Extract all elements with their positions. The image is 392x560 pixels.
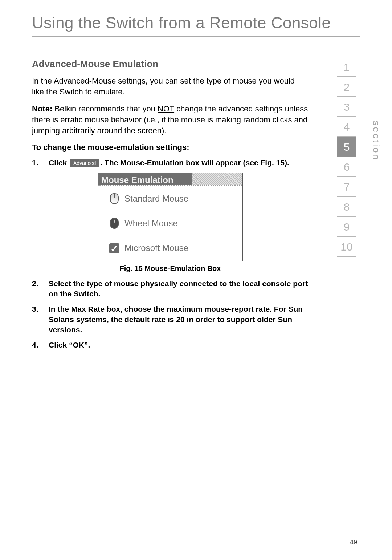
step-4: 4. Click “OK”.	[32, 340, 309, 350]
section-nav-item-4[interactable]: 4	[337, 117, 356, 137]
wheel-mouse-icon	[108, 218, 121, 229]
step-number: 1.	[32, 158, 49, 168]
section-nav: section 12345678910	[323, 57, 370, 257]
step-3-text: In the Max Rate box, choose the maximum …	[49, 304, 309, 335]
step-1: 1. Click Advanced. The Mouse-Emulation b…	[32, 158, 309, 168]
section-nav-item-2[interactable]: 2	[337, 77, 356, 97]
figure-15-wrap: Mouse Emulation Standard Mouse Wheel Mou…	[32, 173, 309, 273]
intro-paragraph: In the Advanced-Mouse settings, you can …	[32, 76, 309, 97]
option-wheel-mouse: Wheel Mouse	[98, 211, 242, 236]
note-pre: Belkin recommends that you	[52, 104, 158, 113]
section-nav-item-8[interactable]: 8	[337, 197, 356, 217]
section-heading: Advanced-Mouse Emulation	[32, 58, 309, 70]
dialog-titlebar: Mouse Emulation	[98, 173, 242, 186]
step-4-text: Click “OK”.	[49, 340, 309, 350]
section-nav-item-3[interactable]: 3	[337, 97, 356, 117]
step-number: 3.	[32, 304, 49, 314]
section-nav-item-6[interactable]: 6	[337, 157, 356, 177]
standard-mouse-icon	[108, 193, 121, 204]
step-number: 2.	[32, 279, 49, 289]
step-2: 2. Select the type of mouse physically c…	[32, 279, 309, 299]
section-nav-item-10[interactable]: 10	[337, 237, 356, 257]
note-underline: NOT	[158, 104, 174, 113]
option-standard-mouse: Standard Mouse	[98, 186, 242, 211]
figure-caption: Fig. 15 Mouse-Emulation Box	[32, 264, 309, 273]
dialog-title: Mouse Emulation	[98, 173, 192, 185]
step-1-post: . The Mouse-Emulation box will appear (s…	[100, 158, 289, 167]
note-label: Note:	[32, 104, 52, 113]
section-nav-item-9[interactable]: 9	[337, 217, 356, 237]
procedure-steps-cont: 2. Select the type of mouse physically c…	[32, 279, 309, 350]
microsoft-mouse-icon	[108, 243, 121, 254]
section-nav-list: 12345678910	[323, 57, 370, 257]
section-nav-item-7[interactable]: 7	[337, 177, 356, 197]
section-nav-label: section	[371, 121, 382, 161]
note-paragraph: Note: Belkin recommends that you NOT cha…	[32, 104, 309, 136]
option-label: Standard Mouse	[124, 193, 188, 204]
option-microsoft-mouse: Microsoft Mouse	[98, 236, 242, 260]
page-number: 49	[350, 539, 357, 546]
procedure-subheading: To change the mouse-emulation settings:	[32, 142, 309, 153]
mouse-emulation-dialog: Mouse Emulation Standard Mouse Wheel Mou…	[98, 173, 243, 261]
page-title-wrap: Using the Switch from a Remote Console	[32, 14, 360, 37]
step-1-text: Click Advanced. The Mouse-Emulation box …	[49, 158, 309, 168]
step-number: 4.	[32, 340, 49, 350]
procedure-steps: 1. Click Advanced. The Mouse-Emulation b…	[32, 158, 309, 168]
step-3: 3. In the Max Rate box, choose the maxim…	[32, 304, 309, 335]
option-label: Microsoft Mouse	[124, 242, 188, 254]
content-column: Advanced-Mouse Emulation In the Advanced…	[32, 58, 309, 350]
option-label: Wheel Mouse	[124, 218, 178, 229]
section-nav-item-1[interactable]: 1	[337, 57, 356, 77]
dialog-drag-handle	[192, 173, 242, 185]
step-1-pre: Click	[49, 158, 69, 167]
page-title: Using the Switch from a Remote Console	[32, 14, 360, 32]
advanced-button-graphic: Advanced	[70, 159, 99, 167]
step-2-text: Select the type of mouse physically conn…	[49, 279, 309, 299]
section-nav-item-5[interactable]: 5	[337, 137, 356, 157]
document-page: Using the Switch from a Remote Console A…	[0, 0, 392, 560]
